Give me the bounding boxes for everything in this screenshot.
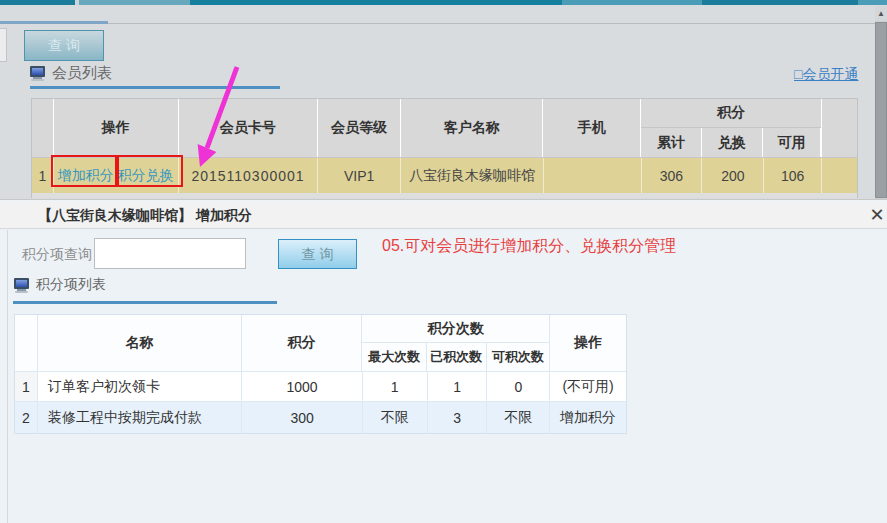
scroll-up-arrow-icon[interactable]: ▲ [875,6,887,21]
member-open-link[interactable]: □会员开通 [794,66,858,84]
red-annotation-text: 05.可对会员进行增加积分、兑换积分管理 [382,236,676,257]
points-list-underline [13,301,277,304]
header-points-exchanged: 兑换 [702,128,764,157]
header-customer-name: 客户名称 [401,99,544,157]
row-item-name: 订单客户初次领卡 [38,372,242,401]
points-search-input[interactable] [94,238,246,269]
header-max-times: 最大次数 [362,343,427,371]
browser-tab-strip [0,0,887,5]
vertical-scrollbar[interactable]: ▲ [875,6,887,200]
row-item-points: 300 [242,402,363,433]
header-item-name: 名称 [38,315,242,371]
row-max-times: 不限 [363,402,428,433]
active-tab-underline [0,21,108,24]
row-points-exchanged: 200 [702,158,764,194]
row-item-name: 装修工程中按期完成付款 [38,402,242,433]
points-list-section-header: 积分项列表 [14,276,106,294]
row-done-times: 1 [428,372,488,401]
header-points: 积分 [641,99,821,128]
header-points-available: 可用 [763,128,821,157]
header-card-number: 会员卡号 [179,99,319,157]
row-index: 2 [15,402,38,433]
header-operation: 操作 [550,315,626,371]
header-item-points: 积分 [242,315,362,371]
header-avail-times: 可积次数 [487,343,550,371]
header-member-level: 会员等级 [318,99,401,157]
dialog-query-button[interactable]: 查 询 [278,239,357,269]
row-add-points-link[interactable]: 增加积分 [550,402,626,433]
row-points-accumulated: 306 [642,158,703,194]
query-button[interactable]: 查 询 [24,30,104,61]
dialog-title-bar: 【八宝街良木缘咖啡馆】 增加积分 ✕ [0,201,887,229]
scrollbar-thumb[interactable] [875,22,887,198]
monitor-icon [14,278,30,293]
row-customer-name: 八宝街良木缘咖啡馆 [401,158,544,194]
red-highlight-add-points [51,155,117,187]
header-points-times: 积分次数 [362,315,549,343]
points-table-row: 2 装修工程中按期完成付款 300 不限 3 不限 增加积分 [15,401,626,433]
row-avail-times: 0 [487,372,550,401]
close-icon[interactable]: ✕ [866,204,887,226]
monitor-icon [30,66,46,81]
row-points-available: 106 [764,158,822,194]
points-items-table: 名称 积分 积分次数 最大次数 已积次数 可积次数 操作 1 订单客户初次领卡 … [14,314,627,434]
row-operation-unavailable: (不可用) [550,372,626,401]
header-phone: 手机 [543,99,641,157]
row-index: 1 [15,372,38,401]
row-avail-times: 不限 [487,402,550,433]
row-max-times: 1 [363,372,428,401]
row-done-times: 3 [428,402,488,433]
header-index [32,99,54,157]
row-phone [544,158,642,194]
header-operation: 操作 [54,99,179,157]
points-search-label: 积分项查询 [22,246,92,264]
member-list-title: 会员列表 [52,64,112,83]
points-list-title: 积分项列表 [36,276,106,294]
header-points-group: 积分 累计 兑换 可用 [641,99,822,157]
add-points-dialog: 【八宝街良木缘咖啡馆】 增加积分 ✕ 积分项查询 查 询 05.可对会员进行增加… [0,199,887,523]
next-row-strip [31,193,858,198]
header-times-group: 积分次数 最大次数 已积次数 可积次数 [362,315,550,371]
points-table-header: 名称 积分 积分次数 最大次数 已积次数 可积次数 操作 [15,315,626,371]
row-member-level: VIP1 [318,158,401,194]
member-list-section-header: 会员列表 [30,63,112,83]
header-done-times: 已积次数 [427,343,487,371]
row-card-number: 2015110300001 [179,158,319,194]
header-points-accumulated: 累计 [641,128,702,157]
row-item-points: 1000 [242,372,363,401]
header-index [15,315,38,371]
tab-divider-line [108,23,880,24]
header-filler [822,99,857,157]
panel-left-border [7,230,8,523]
collapsed-side-panel [0,28,7,62]
member-table-header: 操作 会员卡号 会员等级 客户名称 手机 积分 累计 兑换 可用 [32,99,857,157]
points-table-row: 1 订单客户初次领卡 1000 1 1 0 (不可用) [15,371,626,401]
red-highlight-exchange-points [117,155,183,187]
dialog-title: 【八宝街良木缘咖啡馆】 增加积分 [38,207,252,225]
row-filler [822,158,857,194]
member-list-underline [30,86,280,89]
